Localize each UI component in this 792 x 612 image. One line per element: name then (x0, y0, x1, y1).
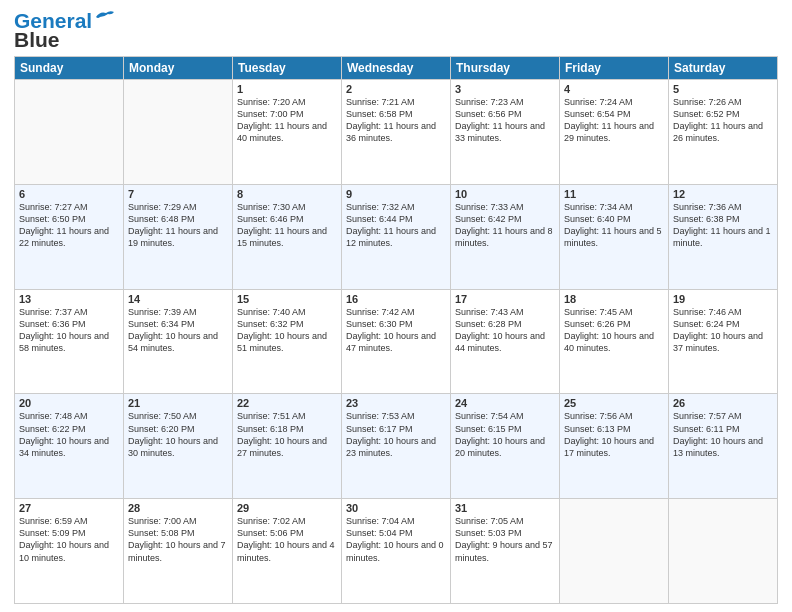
day-info: Sunrise: 7:54 AMSunset: 6:15 PMDaylight:… (455, 410, 555, 459)
day-info: Sunrise: 7:24 AMSunset: 6:54 PMDaylight:… (564, 96, 664, 145)
calendar-day-cell: 16Sunrise: 7:42 AMSunset: 6:30 PMDayligh… (342, 289, 451, 394)
calendar-day-header: Tuesday (233, 57, 342, 80)
day-number: 14 (128, 293, 228, 305)
header: General Blue (14, 10, 778, 50)
day-info: Sunrise: 7:46 AMSunset: 6:24 PMDaylight:… (673, 306, 773, 355)
calendar-day-cell (124, 80, 233, 185)
calendar-day-cell: 20Sunrise: 7:48 AMSunset: 6:22 PMDayligh… (15, 394, 124, 499)
calendar-day-cell: 13Sunrise: 7:37 AMSunset: 6:36 PMDayligh… (15, 289, 124, 394)
day-info: Sunrise: 7:29 AMSunset: 6:48 PMDaylight:… (128, 201, 228, 250)
calendar-header-row: SundayMondayTuesdayWednesdayThursdayFrid… (15, 57, 778, 80)
day-info: Sunrise: 7:34 AMSunset: 6:40 PMDaylight:… (564, 201, 664, 250)
day-number: 23 (346, 397, 446, 409)
day-number: 3 (455, 83, 555, 95)
day-info: Sunrise: 7:33 AMSunset: 6:42 PMDaylight:… (455, 201, 555, 250)
day-info: Sunrise: 7:30 AMSunset: 6:46 PMDaylight:… (237, 201, 337, 250)
day-info: Sunrise: 7:45 AMSunset: 6:26 PMDaylight:… (564, 306, 664, 355)
calendar-day-cell: 3Sunrise: 7:23 AMSunset: 6:56 PMDaylight… (451, 80, 560, 185)
calendar-day-header: Thursday (451, 57, 560, 80)
calendar-week-row: 6Sunrise: 7:27 AMSunset: 6:50 PMDaylight… (15, 184, 778, 289)
day-info: Sunrise: 7:20 AMSunset: 7:00 PMDaylight:… (237, 96, 337, 145)
calendar-day-header: Saturday (669, 57, 778, 80)
page: General Blue SundayMondayTuesdayWednesda… (0, 0, 792, 612)
day-number: 9 (346, 188, 446, 200)
day-info: Sunrise: 7:21 AMSunset: 6:58 PMDaylight:… (346, 96, 446, 145)
calendar-day-cell: 31Sunrise: 7:05 AMSunset: 5:03 PMDayligh… (451, 499, 560, 604)
calendar-day-cell: 21Sunrise: 7:50 AMSunset: 6:20 PMDayligh… (124, 394, 233, 499)
calendar-day-cell: 6Sunrise: 7:27 AMSunset: 6:50 PMDaylight… (15, 184, 124, 289)
day-number: 31 (455, 502, 555, 514)
calendar-day-cell (669, 499, 778, 604)
day-info: Sunrise: 7:42 AMSunset: 6:30 PMDaylight:… (346, 306, 446, 355)
day-info: Sunrise: 7:53 AMSunset: 6:17 PMDaylight:… (346, 410, 446, 459)
day-info: Sunrise: 7:43 AMSunset: 6:28 PMDaylight:… (455, 306, 555, 355)
calendar-day-header: Sunday (15, 57, 124, 80)
calendar-day-header: Monday (124, 57, 233, 80)
day-number: 2 (346, 83, 446, 95)
calendar-day-header: Friday (560, 57, 669, 80)
day-info: Sunrise: 7:39 AMSunset: 6:34 PMDaylight:… (128, 306, 228, 355)
calendar-day-cell: 22Sunrise: 7:51 AMSunset: 6:18 PMDayligh… (233, 394, 342, 499)
day-number: 27 (19, 502, 119, 514)
calendar-day-cell: 11Sunrise: 7:34 AMSunset: 6:40 PMDayligh… (560, 184, 669, 289)
day-info: Sunrise: 7:02 AMSunset: 5:06 PMDaylight:… (237, 515, 337, 564)
calendar-day-cell: 18Sunrise: 7:45 AMSunset: 6:26 PMDayligh… (560, 289, 669, 394)
calendar-day-cell: 17Sunrise: 7:43 AMSunset: 6:28 PMDayligh… (451, 289, 560, 394)
day-info: Sunrise: 7:32 AMSunset: 6:44 PMDaylight:… (346, 201, 446, 250)
calendar-day-cell: 28Sunrise: 7:00 AMSunset: 5:08 PMDayligh… (124, 499, 233, 604)
calendar-day-cell (560, 499, 669, 604)
logo-blue-text: Blue (14, 29, 60, 50)
day-info: Sunrise: 7:26 AMSunset: 6:52 PMDaylight:… (673, 96, 773, 145)
calendar-week-row: 13Sunrise: 7:37 AMSunset: 6:36 PMDayligh… (15, 289, 778, 394)
calendar-day-cell: 5Sunrise: 7:26 AMSunset: 6:52 PMDaylight… (669, 80, 778, 185)
day-number: 5 (673, 83, 773, 95)
day-info: Sunrise: 7:57 AMSunset: 6:11 PMDaylight:… (673, 410, 773, 459)
day-number: 12 (673, 188, 773, 200)
calendar-day-cell: 8Sunrise: 7:30 AMSunset: 6:46 PMDaylight… (233, 184, 342, 289)
day-number: 6 (19, 188, 119, 200)
day-number: 8 (237, 188, 337, 200)
day-number: 28 (128, 502, 228, 514)
calendar-day-cell: 30Sunrise: 7:04 AMSunset: 5:04 PMDayligh… (342, 499, 451, 604)
day-number: 7 (128, 188, 228, 200)
day-info: Sunrise: 7:50 AMSunset: 6:20 PMDaylight:… (128, 410, 228, 459)
day-info: Sunrise: 6:59 AMSunset: 5:09 PMDaylight:… (19, 515, 119, 564)
day-number: 10 (455, 188, 555, 200)
day-number: 15 (237, 293, 337, 305)
day-number: 19 (673, 293, 773, 305)
day-number: 16 (346, 293, 446, 305)
calendar-day-cell: 15Sunrise: 7:40 AMSunset: 6:32 PMDayligh… (233, 289, 342, 394)
calendar-day-cell: 24Sunrise: 7:54 AMSunset: 6:15 PMDayligh… (451, 394, 560, 499)
calendar-week-row: 1Sunrise: 7:20 AMSunset: 7:00 PMDaylight… (15, 80, 778, 185)
calendar-day-cell: 29Sunrise: 7:02 AMSunset: 5:06 PMDayligh… (233, 499, 342, 604)
day-number: 26 (673, 397, 773, 409)
calendar-day-cell: 14Sunrise: 7:39 AMSunset: 6:34 PMDayligh… (124, 289, 233, 394)
day-info: Sunrise: 7:36 AMSunset: 6:38 PMDaylight:… (673, 201, 773, 250)
calendar-day-cell: 12Sunrise: 7:36 AMSunset: 6:38 PMDayligh… (669, 184, 778, 289)
day-number: 18 (564, 293, 664, 305)
logo: General Blue (14, 10, 116, 50)
calendar-day-cell: 7Sunrise: 7:29 AMSunset: 6:48 PMDaylight… (124, 184, 233, 289)
calendar-day-header: Wednesday (342, 57, 451, 80)
calendar-week-row: 20Sunrise: 7:48 AMSunset: 6:22 PMDayligh… (15, 394, 778, 499)
calendar-day-cell: 4Sunrise: 7:24 AMSunset: 6:54 PMDaylight… (560, 80, 669, 185)
day-info: Sunrise: 7:37 AMSunset: 6:36 PMDaylight:… (19, 306, 119, 355)
calendar-day-cell: 27Sunrise: 6:59 AMSunset: 5:09 PMDayligh… (15, 499, 124, 604)
day-number: 25 (564, 397, 664, 409)
day-number: 30 (346, 502, 446, 514)
day-number: 29 (237, 502, 337, 514)
calendar-week-row: 27Sunrise: 6:59 AMSunset: 5:09 PMDayligh… (15, 499, 778, 604)
day-number: 22 (237, 397, 337, 409)
day-info: Sunrise: 7:27 AMSunset: 6:50 PMDaylight:… (19, 201, 119, 250)
day-number: 13 (19, 293, 119, 305)
day-number: 20 (19, 397, 119, 409)
day-info: Sunrise: 7:00 AMSunset: 5:08 PMDaylight:… (128, 515, 228, 564)
calendar-day-cell: 19Sunrise: 7:46 AMSunset: 6:24 PMDayligh… (669, 289, 778, 394)
day-number: 24 (455, 397, 555, 409)
calendar-day-cell: 2Sunrise: 7:21 AMSunset: 6:58 PMDaylight… (342, 80, 451, 185)
day-info: Sunrise: 7:05 AMSunset: 5:03 PMDaylight:… (455, 515, 555, 564)
calendar-day-cell (15, 80, 124, 185)
day-number: 21 (128, 397, 228, 409)
day-number: 1 (237, 83, 337, 95)
day-number: 4 (564, 83, 664, 95)
